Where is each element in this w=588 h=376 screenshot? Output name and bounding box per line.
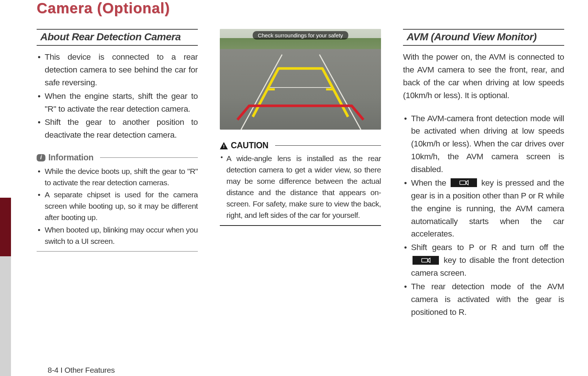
page-footer: 8-4 I Other Features: [48, 366, 115, 375]
avm-intro: With the power on, the AVM is connected …: [403, 51, 564, 102]
list-item: When booted up, blinking may occur when …: [37, 224, 198, 247]
svg-marker-10: [428, 258, 430, 263]
column-2: Check surroundings for your safety ! CAU…: [220, 29, 381, 330]
list-item: Shift gears to P or R and turn off the k…: [403, 241, 564, 280]
caution-bullets: A wide-angle lens is installed as the re…: [220, 153, 381, 221]
list-item: The AVM-camera front detection mode will…: [403, 112, 564, 176]
content-area: Camera (Optional) About Rear Detection C…: [11, 0, 588, 376]
list-item: While the device boots up, shift the gea…: [37, 165, 198, 188]
section-tab-active: [0, 198, 11, 256]
divider-line: [100, 157, 198, 158]
divider-line: [220, 225, 381, 226]
column-1: About Rear Detection Camera This device …: [37, 29, 198, 330]
information-bullets: While the device boots up, shift the gea…: [37, 165, 198, 247]
svg-marker-8: [466, 180, 468, 185]
tab-spacer: [0, 0, 11, 198]
divider-line: [37, 251, 198, 252]
page-title: Camera (Optional): [37, 0, 588, 16]
camera-overlay-text: Check surroundings for your safety: [253, 31, 348, 40]
svg-line-1: [319, 55, 361, 130]
list-item: The rear detection mode of the AVM camer…: [403, 280, 564, 319]
svg-text:!: !: [223, 144, 225, 149]
section-tab-inactive: [0, 256, 11, 376]
svg-rect-9: [422, 258, 428, 262]
page-number: 8-4: [48, 366, 58, 374]
section-heading-avm: AVM (Around View Monitor): [403, 29, 564, 46]
list-item: When the key is pressed and the gear is …: [403, 177, 564, 241]
list-item: A separate chipset is used for the camer…: [37, 189, 198, 223]
avm-bullets: The AVM-camera front detection mode will…: [403, 112, 564, 319]
list-item: A wide-angle lens is installed as the re…: [220, 153, 381, 221]
camera-guidelines-overlay: [220, 29, 381, 130]
columns: About Rear Detection Camera This device …: [37, 29, 588, 330]
info-icon: i: [37, 154, 45, 161]
info-label: Information: [48, 153, 93, 163]
list-item: When the engine starts, shift the gear t…: [37, 90, 198, 116]
text-fragment: Shift gears to P or R and turn off the: [411, 243, 564, 252]
camera-key-icon: [451, 178, 477, 187]
section-heading-rear-camera: About Rear Detection Camera: [37, 29, 198, 46]
svg-line-0: [241, 55, 282, 130]
caution-label: CAUTION: [231, 141, 269, 150]
list-item: Shift the gear to another position to de…: [37, 116, 198, 142]
divider-line: [275, 145, 381, 146]
information-heading: i Information: [37, 153, 198, 163]
column-3: AVM (Around View Monitor) With the power…: [403, 29, 564, 330]
page: Camera (Optional) About Rear Detection C…: [0, 0, 588, 376]
caution-icon: !: [220, 142, 228, 149]
rear-camera-bullets: This device is connected to a rear detec…: [37, 51, 198, 142]
svg-rect-7: [460, 181, 466, 185]
camera-key-icon: [413, 256, 439, 265]
rear-camera-screenshot: Check surroundings for your safety: [220, 29, 381, 130]
caution-heading: ! CAUTION: [220, 141, 381, 150]
left-tab-bar: [0, 0, 11, 376]
chapter-name: Other Features: [64, 366, 115, 374]
list-item: This device is connected to a rear detec…: [37, 51, 198, 89]
footer-divider: I: [58, 366, 64, 374]
text-fragment: When the: [411, 178, 449, 187]
